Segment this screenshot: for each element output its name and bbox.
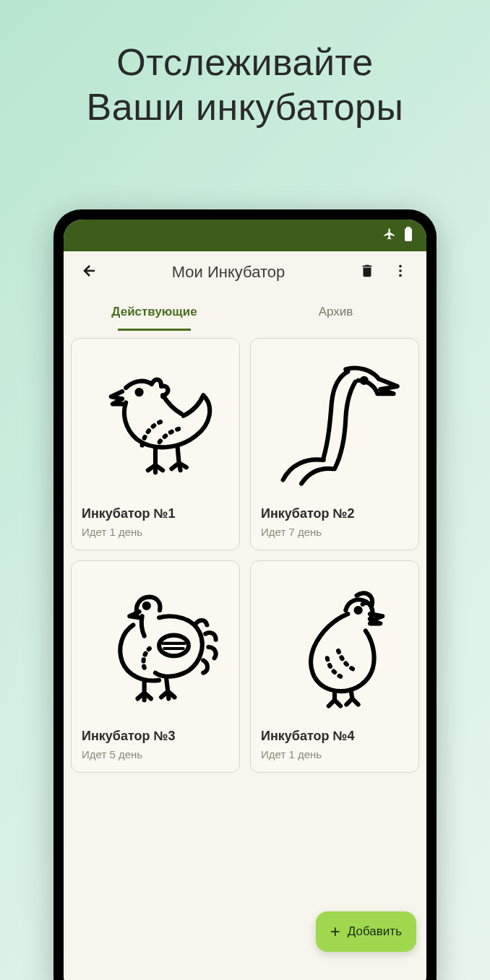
- more-options-button[interactable]: [387, 259, 413, 285]
- card-subtitle: Идет 1 день: [82, 526, 229, 538]
- content-area: Инкубатор №1 Идет 1 день: [64, 331, 426, 980]
- svg-point-9: [356, 608, 361, 612]
- svg-point-4: [399, 274, 402, 277]
- turkey-icon: [82, 571, 229, 723]
- chicken-icon: [82, 349, 229, 500]
- more-vert-icon: [392, 263, 408, 282]
- svg-point-3: [399, 269, 402, 272]
- svg-rect-0: [406, 227, 411, 228]
- incubator-card[interactable]: Инкубатор №4 Идет 1 день: [250, 560, 419, 773]
- status-bar: [64, 220, 426, 251]
- incubator-card[interactable]: Инкубатор №2 Идет 7 день: [250, 338, 419, 550]
- delete-button[interactable]: [354, 259, 380, 285]
- svg-point-2: [399, 265, 402, 268]
- app-bar: Мои Инкубатор: [64, 251, 426, 293]
- promo-headline: Отслеживайте Ваши инкубаторы: [0, 0, 490, 130]
- card-subtitle: Идет 1 день: [261, 748, 408, 760]
- battery-icon: [403, 227, 413, 244]
- bottom-nav-peek: [64, 968, 426, 980]
- incubator-card[interactable]: Инкубатор №1 Идет 1 день: [71, 338, 240, 550]
- fab-label: Добавить: [348, 924, 402, 939]
- tab-archive-label: Архив: [319, 305, 353, 319]
- phone-screen: Мои Инкубатор Действующие Архив: [64, 220, 426, 980]
- svg-point-5: [137, 390, 142, 394]
- svg-point-6: [362, 378, 366, 383]
- goose-icon: [261, 349, 408, 500]
- incubator-card[interactable]: Инкубатор №3 Идет 5 день: [71, 560, 240, 773]
- card-title: Инкубатор №1: [82, 506, 229, 521]
- incubator-grid: Инкубатор №1 Идет 1 день: [71, 338, 419, 773]
- card-subtitle: Идет 5 день: [82, 748, 229, 760]
- phone-mockup-frame: Мои Инкубатор Действующие Архив: [53, 209, 437, 980]
- card-title: Инкубатор №2: [261, 506, 408, 521]
- back-button[interactable]: [77, 259, 103, 285]
- plus-icon: +: [330, 923, 340, 940]
- arrow-back-icon: [81, 262, 98, 282]
- add-button[interactable]: + Добавить: [316, 911, 416, 952]
- trash-icon: [359, 263, 375, 282]
- card-title: Инкубатор №4: [261, 729, 408, 744]
- tabs-bar: Действующие Архив: [64, 293, 426, 331]
- tab-active[interactable]: Действующие: [64, 293, 245, 331]
- svg-rect-1: [405, 228, 412, 241]
- card-title: Инкубатор №3: [82, 729, 229, 744]
- page-title: Мои Инкубатор: [110, 263, 347, 282]
- quail-icon: [261, 571, 408, 723]
- svg-point-7: [145, 604, 149, 608]
- promo-line-1: Отслеживайте: [0, 40, 490, 84]
- tab-archive[interactable]: Архив: [245, 293, 426, 331]
- airplane-mode-icon: [383, 227, 396, 243]
- svg-point-8: [159, 636, 189, 656]
- tab-active-label: Действующие: [111, 305, 197, 319]
- card-subtitle: Идет 7 день: [261, 526, 408, 538]
- promo-line-2: Ваши инкубаторы: [0, 84, 490, 129]
